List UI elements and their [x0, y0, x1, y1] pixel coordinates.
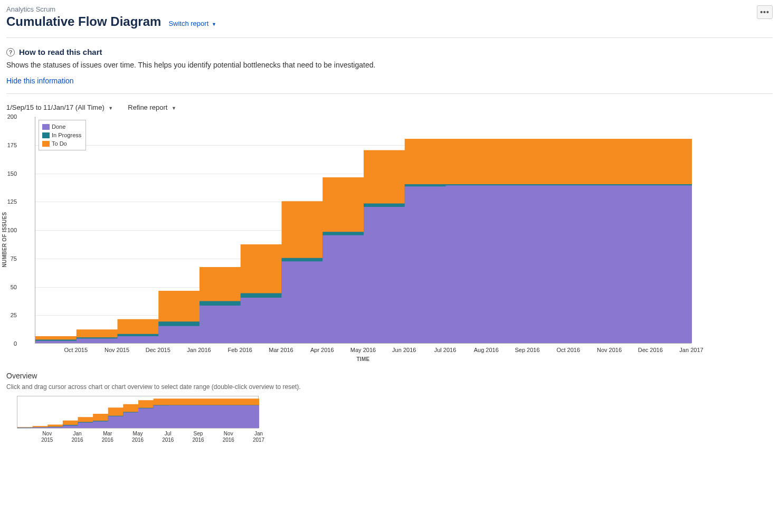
overview-x-ticks: Nov2015Jan2016Mar2016May2016Jul2016Sep20…: [17, 431, 259, 445]
breadcrumb[interactable]: Analytics Scrum: [6, 5, 216, 13]
divider: [6, 93, 773, 94]
ellipsis-icon: •••: [760, 8, 770, 16]
chevron-down-icon: ▼: [172, 106, 176, 111]
howto-title: How to read this chart: [19, 48, 102, 56]
refine-report-dropdown[interactable]: Refine report ▼: [128, 103, 176, 111]
more-actions-button[interactable]: •••: [757, 5, 773, 19]
y-axis-label: NUMBER OF ISSUES: [2, 212, 7, 267]
swatch-in-progress: [42, 132, 50, 138]
divider: [6, 37, 773, 38]
howto-body: Shows the statuses of issues over time. …: [6, 61, 773, 69]
swatch-todo: [42, 141, 50, 147]
header: Analytics Scrum Cumulative Flow Diagram …: [6, 5, 773, 29]
help-icon: ?: [6, 48, 15, 56]
chevron-down-icon: ▼: [212, 22, 216, 27]
x-axis-label: TIME: [35, 356, 691, 362]
date-range-dropdown[interactable]: 1/Sep/15 to 11/Jan/17 (All Time) ▼: [6, 103, 113, 111]
hide-info-link[interactable]: Hide this information: [6, 77, 773, 85]
x-ticks: Oct 2015Nov 2015Dec 2015Jan 2016Feb 2016…: [35, 347, 691, 355]
switch-report-link[interactable]: Switch report ▼: [168, 20, 216, 27]
main-chart[interactable]: NUMBER OF ISSUES 0255075100125150175200 …: [6, 117, 773, 362]
page-title: Cumulative Flow Diagram: [6, 14, 161, 29]
plot-area[interactable]: Done In Progress To Do: [35, 117, 691, 344]
howto-panel: ? How to read this chart Shows the statu…: [6, 48, 773, 85]
swatch-done: [42, 124, 50, 130]
overview-chart[interactable]: Nov2015Jan2016Mar2016May2016Jul2016Sep20…: [17, 396, 773, 445]
chevron-down-icon: ▼: [108, 106, 113, 111]
legend: Done In Progress To Do: [39, 120, 86, 150]
overview-note: Click and drag cursor across chart or ch…: [6, 383, 773, 391]
filter-row: 1/Sep/15 to 11/Jan/17 (All Time) ▼ Refin…: [6, 103, 773, 111]
overview-title: Overview: [6, 372, 773, 380]
overview-plot-area[interactable]: [17, 396, 259, 429]
